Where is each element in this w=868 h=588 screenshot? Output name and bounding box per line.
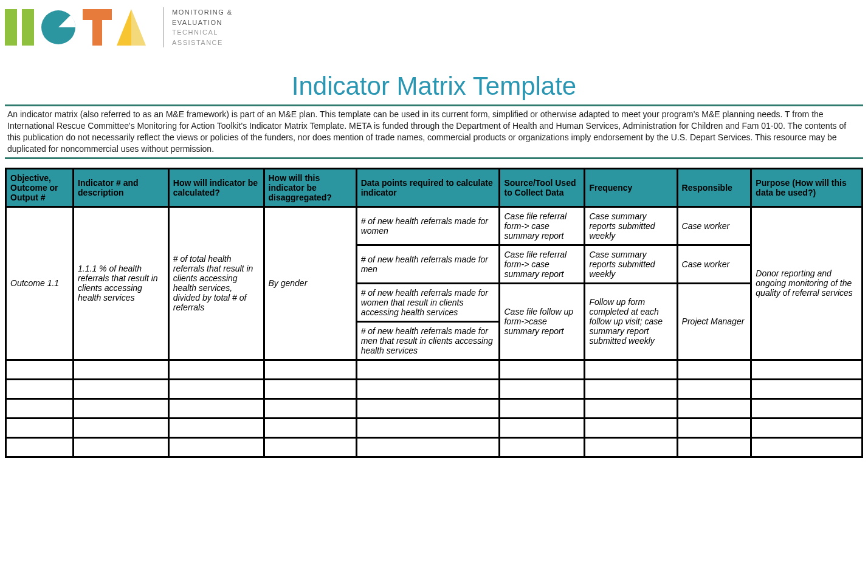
header: MONITORING & EVALUATION TECHNICAL ASSIST…	[5, 5, 863, 53]
col-frequency: Frequency	[585, 168, 677, 207]
col-disaggregated: How will this indicator be disaggregated…	[264, 168, 356, 207]
col-purpose: Purpose (How will this data be used?)	[751, 168, 863, 207]
cell-calculated: # of total health referrals that result …	[168, 207, 264, 360]
cell-frequency: Case summary reports submitted weekly	[585, 207, 677, 245]
col-indicator: Indicator # and description	[74, 168, 169, 207]
cell-indicator: 1.1.1 % of health referrals that result …	[74, 207, 169, 360]
svg-rect-2	[22, 9, 34, 46]
cell-responsible: Project Manager	[677, 283, 751, 360]
tagline-line: ASSISTANCE	[172, 38, 233, 48]
table-row: Outcome 1.1 1.1.1 % of health referrals …	[6, 207, 863, 245]
table-row-empty	[6, 398, 863, 418]
table-row-empty	[6, 418, 863, 437]
cell-frequency: Case summary reports submitted weekly	[585, 245, 677, 283]
cell-source: Case file follow up form->case summary r…	[500, 283, 585, 360]
cell-purpose: Donor reporting and ongoing monitoring o…	[751, 207, 863, 360]
col-objective: Objective, Outcome or Output #	[6, 168, 74, 207]
cell-source: Case file referral form-> case summary r…	[500, 245, 585, 283]
svg-rect-1	[17, 9, 22, 46]
col-datapoints: Data points required to calculate indica…	[356, 168, 500, 207]
cell-source: Case file referral form-> case summary r…	[500, 207, 585, 245]
table-header-row: Objective, Outcome or Output # Indicator…	[6, 168, 863, 207]
indicator-matrix-table: Objective, Outcome or Output # Indicator…	[5, 168, 863, 458]
cell-datapoint: # of new health referrals made for women…	[356, 283, 500, 321]
tagline-line: MONITORING &	[172, 7, 233, 18]
svg-rect-5	[92, 20, 102, 46]
svg-rect-4	[83, 9, 112, 20]
cell-datapoint: # of new health referrals made for men t…	[356, 321, 500, 360]
cell-disaggregated: By gender	[264, 207, 356, 360]
table-row-empty	[6, 379, 863, 398]
svg-marker-6	[117, 9, 131, 46]
intro-text: An indicator matrix (also referred to as…	[5, 104, 863, 159]
svg-marker-7	[131, 9, 146, 46]
page-title: Indicator Matrix Template	[5, 72, 863, 101]
cell-datapoint: # of new health referrals made for men	[356, 245, 500, 283]
cell-responsible: Case worker	[677, 245, 751, 283]
tagline: MONITORING & EVALUATION TECHNICAL ASSIST…	[163, 7, 233, 47]
col-responsible: Responsible	[677, 168, 751, 207]
tagline-line: TECHNICAL	[172, 27, 233, 38]
cell-datapoint: # of new health referrals made for women	[356, 207, 500, 245]
cell-responsible: Case worker	[677, 207, 751, 245]
tagline-line: EVALUATION	[172, 18, 233, 28]
svg-rect-0	[5, 9, 17, 46]
col-source: Source/Tool Used to Collect Data	[500, 168, 585, 207]
table-row-empty	[6, 437, 863, 457]
cell-objective: Outcome 1.1	[6, 207, 74, 360]
cell-frequency: Follow up form completed at each follow …	[585, 283, 677, 360]
table-row-empty	[6, 360, 863, 379]
col-calculated: How will indicator be calculated?	[168, 168, 264, 207]
meta-logo	[5, 9, 151, 46]
